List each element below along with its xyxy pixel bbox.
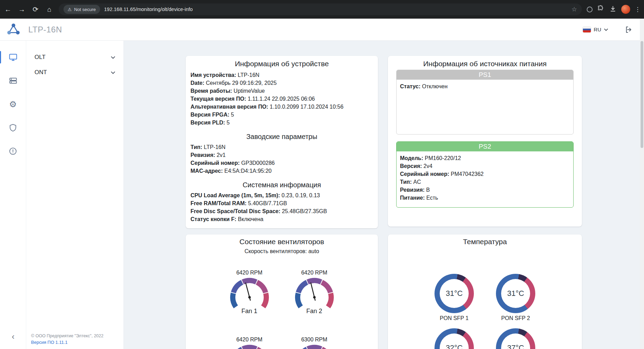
rail-item-security[interactable] xyxy=(0,120,26,135)
row-value: 0.23, 0.19, 0.13 xyxy=(282,192,320,198)
extension-icon[interactable] xyxy=(587,7,593,12)
main-content: Информация об устройстве Имя устройства:… xyxy=(124,41,644,349)
temp-card-title: Температура xyxy=(388,237,582,246)
row-label: Тип: xyxy=(400,179,412,185)
device-card-title: Информация об устройстве xyxy=(191,59,373,68)
row-value: Включена xyxy=(238,216,263,222)
download-icon[interactable] xyxy=(609,5,617,14)
row-value: GP3D000286 xyxy=(241,160,275,166)
logout-icon[interactable] xyxy=(625,26,633,34)
temp-gauge-ring: 37°C xyxy=(496,328,535,349)
chevron-down-icon xyxy=(111,71,115,74)
row-value: 2v4 xyxy=(423,163,432,169)
row-value: 2v1 xyxy=(217,152,226,158)
forward-button[interactable]: → xyxy=(17,5,26,14)
row-label: Серийный номер: xyxy=(191,160,240,166)
row-label: MAC-адрес: xyxy=(191,168,223,174)
info-row: Время работы: UptimeValue xyxy=(191,87,373,95)
row-label: Модель: xyxy=(400,155,423,161)
fan-gauge-4: 6300 RPM xyxy=(285,336,344,349)
info-row: Модель: PM160-220/12 xyxy=(400,154,570,162)
info-row: Альтернативная версия ПО: 1.10.0.2099 17… xyxy=(191,103,373,111)
temp-sensor-label: PON SFP 2 xyxy=(501,315,530,322)
fan-gauge-dial xyxy=(294,277,334,310)
info-row: Серийный номер: PM47042362 xyxy=(400,170,570,178)
temp-sensor-3: 32°C xyxy=(435,328,474,349)
info-row: Free RAM/Total RAM: 5.40GB/7.71GB xyxy=(191,199,373,207)
temp-gauge-ring: 31°C xyxy=(435,274,474,313)
security-chip-label: Not secure xyxy=(74,7,96,12)
sidebar-collapse-button[interactable]: ‹ xyxy=(0,332,26,341)
toolbar-right: ⋮ xyxy=(587,5,641,14)
sidebar-item-label: ONT xyxy=(35,69,47,76)
info-row: Free Disc Space/Total Disc Space: 25.48G… xyxy=(191,207,373,215)
row-value: 5.40GB/7.71GB xyxy=(248,200,287,206)
info-row: Статус кнопки F: Включена xyxy=(191,215,373,223)
info-row: Версия: 2v4 xyxy=(400,162,570,170)
info-row: Питание: Есть xyxy=(400,194,570,202)
temp-sensor-1: 31°C PON SFP 1 xyxy=(435,274,474,322)
reload-button[interactable]: ⟳ xyxy=(31,5,40,14)
rail-item-settings[interactable]: ⚙ xyxy=(0,97,26,112)
info-row: CPU Load Average (1m, 5m, 15m): 0.23, 0.… xyxy=(191,191,373,199)
row-value: 1.10.0.2099 17.10.2024 10:56 xyxy=(270,104,344,110)
row-value: Сентябрь 29 09:16:29, 2025 xyxy=(206,80,276,86)
fan-rpm: 6420 RPM xyxy=(236,336,263,343)
temp-gauge-ring: 31°C xyxy=(496,274,535,313)
row-label: Статус кнопки F: xyxy=(191,216,236,222)
row-label: Питание: xyxy=(400,195,425,201)
temp-value: 31°C xyxy=(507,289,524,298)
row-value: Отключен xyxy=(422,83,448,89)
ps1-panel: PS1 Статус: Отключен xyxy=(396,70,574,134)
warning-icon: ⚠ xyxy=(68,7,72,12)
row-value: 5 xyxy=(227,120,230,126)
alert-circle-icon xyxy=(9,147,17,156)
back-button[interactable]: ← xyxy=(3,5,12,14)
sidebar-footer: © ООО Предприятие "Элтекс", 2022 Версия … xyxy=(31,333,104,345)
rail-item-alerts[interactable] xyxy=(0,143,26,159)
fan-gauge-1: 6420 RPM Fan 1 xyxy=(220,269,279,315)
eltex-logo xyxy=(6,22,21,37)
home-button[interactable]: ⌂ xyxy=(45,5,54,14)
language-selector[interactable]: RU xyxy=(594,27,601,32)
bookmark-star-icon[interactable]: ☆ xyxy=(572,6,577,13)
system-info-title: Системная информация xyxy=(191,180,373,189)
fan-gauge-3: 6420 RPM xyxy=(220,336,279,349)
rail-item-modules[interactable] xyxy=(0,73,26,88)
row-value: UptimeValue xyxy=(234,88,265,94)
address-bar[interactable]: ⚠ Not secure 192.168.11.65/monitoring/ol… xyxy=(59,3,582,15)
browser-toolbar: ← → ⟳ ⌂ ⚠ Not secure 192.168.11.65/monit… xyxy=(0,0,644,19)
row-value: E4:5A:D4:1A:95:20 xyxy=(224,168,272,174)
info-row: Date: Сентябрь 29 09:16:29, 2025 xyxy=(191,79,373,87)
info-row: Статус: Отключен xyxy=(400,82,570,90)
row-label: Версия FPGA: xyxy=(191,112,230,118)
security-chip[interactable]: ⚠ Not secure xyxy=(64,5,100,14)
copyright-text: © ООО Предприятие "Элтекс", 2022 xyxy=(31,333,104,338)
ps2-header: PS2 xyxy=(397,142,573,151)
row-label: Free Disc Space/Total Disc Space: xyxy=(191,208,280,214)
sidebar-item-olt[interactable]: OLT xyxy=(26,50,124,65)
rail-item-monitoring[interactable] xyxy=(0,50,26,65)
fans-card: Состояние вентиляторов Скорость вентилят… xyxy=(186,235,378,349)
page-scrollbar[interactable] xyxy=(640,19,644,349)
device-info-card: Информация об устройстве Имя устройства:… xyxy=(186,56,378,228)
row-value: 25.48GB/27.35GB xyxy=(282,208,327,214)
browser-menu-icon[interactable]: ⋮ xyxy=(635,6,641,13)
extensions-puzzle-icon[interactable] xyxy=(597,5,605,14)
sidebar-item-ont[interactable]: ONT xyxy=(26,65,124,80)
info-row: Версия PLD: 5 xyxy=(191,119,373,127)
scrollbar-thumb[interactable] xyxy=(641,41,643,148)
firmware-version-link[interactable]: Версия ПО 1.11.1 xyxy=(31,340,104,345)
info-row: Версия FPGA: 5 xyxy=(191,111,373,119)
row-value: LTP-16N xyxy=(204,144,225,150)
info-row: MAC-адрес: E4:5A:D4:1A:95:20 xyxy=(191,167,373,175)
temp-sensor-4: 37°C xyxy=(496,328,535,349)
temp-sensor-2: 31°C PON SFP 2 xyxy=(496,274,535,322)
factory-params-title: Заводские параметры xyxy=(191,132,373,141)
profile-avatar[interactable] xyxy=(621,5,630,14)
fan-rpm: 6300 RPM xyxy=(301,336,328,343)
row-value: PM47042362 xyxy=(451,171,484,177)
info-row: Серийный номер: GP3D000286 xyxy=(191,159,373,167)
power-card-title: Информация об источниках питания xyxy=(396,59,574,68)
row-label: Серийный номер: xyxy=(400,171,449,177)
